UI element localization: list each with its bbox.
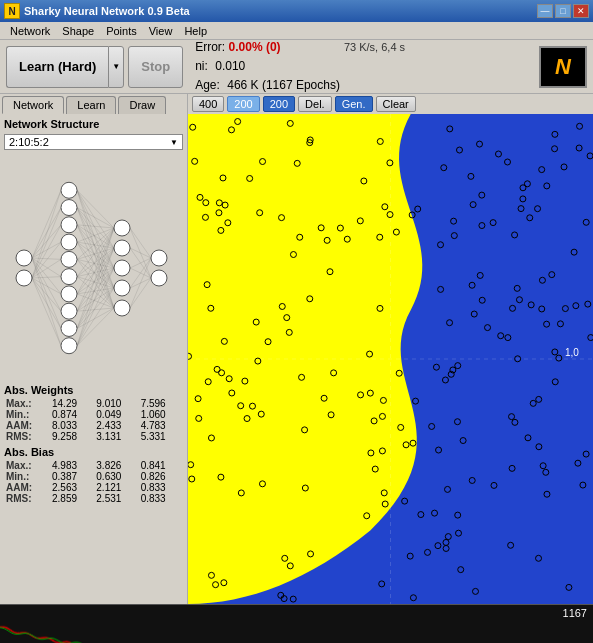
stats-val: 5.331 bbox=[139, 431, 183, 442]
error-value: 0.00% (0) bbox=[229, 40, 281, 54]
age-label: Age: bbox=[195, 78, 220, 92]
stats-val: 0.049 bbox=[94, 409, 138, 420]
error-label: Error: bbox=[195, 40, 225, 54]
table-row: Min.: 0.874 0.049 1.060 bbox=[4, 409, 183, 420]
abs-bias-title: Abs. Bias bbox=[4, 446, 183, 458]
age-value: 466 K (1167 Epochs) bbox=[227, 78, 340, 92]
abs-weights-section: Abs. Weights Max.: 14.29 9.010 7.596 Min… bbox=[4, 384, 183, 442]
stats-val: 3.826 bbox=[94, 460, 138, 471]
left-panel-content: Network Structure 2:10:5:2 ▼ Abs. Weight… bbox=[0, 114, 187, 604]
error-chart bbox=[0, 605, 593, 643]
abs-weights-title: Abs. Weights bbox=[4, 384, 183, 396]
table-row: AAM: 8.033 2.433 4.783 bbox=[4, 420, 183, 431]
titlebar-left: N Sharky Neural Network 0.9 Beta bbox=[4, 3, 190, 19]
titlebar: N Sharky Neural Network 0.9 Beta — □ ✕ bbox=[0, 0, 593, 22]
stats-label: Min.: bbox=[4, 471, 50, 482]
stats-val: 4.983 bbox=[50, 460, 94, 471]
stats-val: 0.833 bbox=[139, 493, 183, 504]
stats-val: 2.433 bbox=[94, 420, 138, 431]
table-row: RMS: 9.258 3.131 5.331 bbox=[4, 431, 183, 442]
ni-row: ni: 0.010 bbox=[195, 57, 527, 76]
stop-button[interactable]: Stop bbox=[128, 46, 183, 88]
stats-val: 14.29 bbox=[50, 398, 94, 409]
menu-view[interactable]: View bbox=[143, 22, 179, 40]
btn-clear[interactable]: Clear bbox=[376, 96, 416, 112]
error-row: Error: 0.00% (0) 73 K/s, 6,4 s bbox=[195, 38, 527, 57]
network-structure-title: Network Structure bbox=[4, 118, 183, 130]
nn-diagram bbox=[4, 158, 174, 378]
menu-shape[interactable]: Shape bbox=[56, 22, 100, 40]
table-row: Max.: 14.29 9.010 7.596 bbox=[4, 398, 183, 409]
app-title: Sharky Neural Network 0.9 Beta bbox=[24, 5, 190, 17]
stats-val: 4.783 bbox=[139, 420, 183, 431]
learn-dropdown[interactable]: ▼ bbox=[108, 46, 124, 88]
stats-label: Max.: bbox=[4, 460, 50, 471]
ni-value: 0.010 bbox=[215, 59, 245, 73]
info-panel: Error: 0.00% (0) 73 K/s, 6,4 s ni: 0.010… bbox=[187, 36, 535, 98]
btn-200a[interactable]: 200 bbox=[227, 96, 259, 112]
btn-gen[interactable]: Gen. bbox=[335, 96, 373, 112]
table-row: RMS: 2.859 2.531 0.833 bbox=[4, 493, 183, 504]
learn-button[interactable]: Learn (Hard) bbox=[6, 46, 108, 88]
stats-val: 9.010 bbox=[94, 398, 138, 409]
table-row: Min.: 0.387 0.630 0.826 bbox=[4, 471, 183, 482]
btn-400[interactable]: 400 bbox=[192, 96, 224, 112]
stats-val: 9.258 bbox=[50, 431, 94, 442]
age-row: Age: 466 K (1167 Epochs) bbox=[195, 76, 527, 95]
stats-val: 2.531 bbox=[94, 493, 138, 504]
minimize-button[interactable]: — bbox=[537, 4, 553, 18]
network-select-arrow: ▼ bbox=[170, 138, 178, 147]
visualization-canvas bbox=[188, 114, 593, 604]
main-area: Network Structure 2:10:5:2 ▼ Abs. Weight… bbox=[0, 114, 593, 604]
menu-points[interactable]: Points bbox=[100, 22, 143, 40]
stats-val: 0.833 bbox=[139, 482, 183, 493]
bottom-chart: 1167 bbox=[0, 604, 593, 643]
stats-label: RMS: bbox=[4, 493, 50, 504]
toolbar: Learn (Hard) ▼ Stop Error: 0.00% (0) 73 … bbox=[0, 40, 593, 94]
header-row: Network Learn Draw 400 200 200 Del. Gen.… bbox=[0, 94, 593, 114]
stats-label: Min.: bbox=[4, 409, 50, 420]
speed-label: 73 K/s, 6,4 s bbox=[344, 41, 405, 53]
network-select-box[interactable]: 2:10:5:2 ▼ bbox=[4, 134, 183, 150]
app-icon: N bbox=[4, 3, 20, 19]
stats-val: 2.859 bbox=[50, 493, 94, 504]
abs-bias-section: Abs. Bias Max.: 4.983 3.826 0.841 Min.: … bbox=[4, 446, 183, 504]
stats-val: 8.033 bbox=[50, 420, 94, 431]
btn-del[interactable]: Del. bbox=[298, 96, 332, 112]
btn-200b[interactable]: 200 bbox=[263, 96, 295, 112]
stats-val: 3.131 bbox=[94, 431, 138, 442]
stats-val: 0.826 bbox=[139, 471, 183, 482]
maximize-button[interactable]: □ bbox=[555, 4, 571, 18]
right-panel bbox=[188, 114, 593, 604]
left-panel: Network Structure 2:10:5:2 ▼ Abs. Weight… bbox=[0, 114, 188, 604]
stats-label: AAM: bbox=[4, 482, 50, 493]
stats-val: 2.563 bbox=[50, 482, 94, 493]
stats-val: 1.060 bbox=[139, 409, 183, 420]
stats-val: 0.841 bbox=[139, 460, 183, 471]
window-controls: — □ ✕ bbox=[537, 4, 589, 18]
stats-label: Max.: bbox=[4, 398, 50, 409]
table-row: AAM: 2.563 2.121 0.833 bbox=[4, 482, 183, 493]
menu-network[interactable]: Network bbox=[4, 22, 56, 40]
left-tabs-area: Network Learn Draw bbox=[0, 94, 188, 114]
tab-network[interactable]: Network bbox=[2, 96, 64, 114]
stats-label: RMS: bbox=[4, 431, 50, 442]
network-select-value: 2:10:5:2 bbox=[9, 136, 49, 148]
table-row: Max.: 4.983 3.826 0.841 bbox=[4, 460, 183, 471]
tab-draw[interactable]: Draw bbox=[118, 96, 166, 114]
tab-learn[interactable]: Learn bbox=[66, 96, 116, 114]
abs-bias-table: Max.: 4.983 3.826 0.841 Min.: 0.387 0.63… bbox=[4, 460, 183, 504]
left-tabs: Network Learn Draw bbox=[0, 94, 187, 114]
stats-val: 0.874 bbox=[50, 409, 94, 420]
right-controls-area: 400 200 200 Del. Gen. Clear bbox=[188, 94, 593, 114]
ni-label: ni: bbox=[195, 59, 208, 73]
logo: N bbox=[539, 46, 587, 88]
stats-val: 2.121 bbox=[94, 482, 138, 493]
network-select: 2:10:5:2 ▼ bbox=[4, 134, 183, 150]
epoch-label: 1167 bbox=[563, 607, 587, 619]
stats-label: AAM: bbox=[4, 420, 50, 431]
close-button[interactable]: ✕ bbox=[573, 4, 589, 18]
stats-val: 7.596 bbox=[139, 398, 183, 409]
stats-val: 0.630 bbox=[94, 471, 138, 482]
abs-weights-table: Max.: 14.29 9.010 7.596 Min.: 0.874 0.04… bbox=[4, 398, 183, 442]
